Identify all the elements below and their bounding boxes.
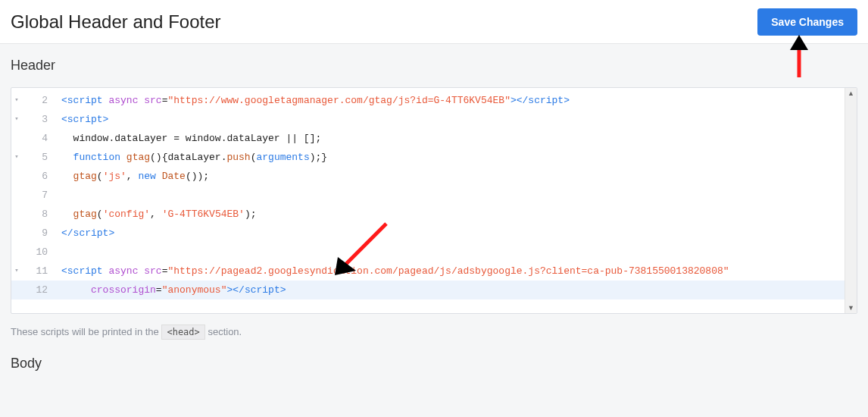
code-content[interactable]: crossorigin="anonymous"></script> [55,281,857,299]
scroll-up-icon[interactable]: ▲ [848,89,854,97]
code-lines[interactable]: ▾2<script async src="https://www.googlet… [11,88,857,313]
line-number: 9 [22,224,55,243]
line-number: 8 [22,205,55,224]
top-bar: Global Header and Footer Save Changes [0,0,868,44]
code-line[interactable]: ▾2<script async src="https://www.googlet… [11,91,857,110]
line-number: 12 [22,281,55,299]
code-line[interactable]: 10 [11,243,857,262]
header-section: Header ▾2<script async src="https://www.… [0,44,868,337]
fold-gutter-icon[interactable]: ▾ [11,110,22,129]
fold-gutter-icon[interactable]: ▾ [11,148,22,167]
code-content[interactable]: </script> [55,224,857,243]
page-title: Global Header and Footer [11,11,221,33]
line-number: 2 [22,91,55,110]
code-line[interactable]: 7 [11,186,857,205]
code-content[interactable]: window.dataLayer = window.dataLayer || [… [55,129,857,148]
line-number: 7 [22,186,55,205]
body-section: Body [0,337,868,372]
header-section-title: Header [11,58,857,74]
line-number: 11 [22,262,55,281]
code-content[interactable]: function gtag(){dataLayer.push(arguments… [55,148,857,167]
code-content[interactable]: <script> [55,110,857,129]
scroll-down-icon[interactable]: ▼ [848,304,854,312]
line-number: 3 [22,110,55,129]
save-changes-button[interactable]: Save Changes [757,8,857,36]
code-line[interactable]: 6 gtag('js', new Date()); [11,167,857,186]
code-line[interactable]: 4 window.dataLayer = window.dataLayer ||… [11,129,857,148]
code-content[interactable]: gtag('config', 'G-4TT6KV54EB'); [55,205,857,224]
line-number: 10 [22,243,55,262]
line-number: 6 [22,167,55,186]
hint-prefix: These scripts will be printed in the [11,326,161,337]
fold-gutter-icon[interactable]: ▾ [11,91,22,110]
hint-head-tag: <head> [161,325,205,340]
header-hint: These scripts will be printed in the <he… [11,326,857,337]
fold-gutter-icon[interactable]: ▾ [11,262,22,281]
code-line[interactable]: ▾11<script async src="https://pagead2.go… [11,262,857,281]
header-code-editor[interactable]: ▾2<script async src="https://www.googlet… [11,87,857,314]
editor-scrollbar[interactable]: ▲ ▼ [845,88,857,313]
code-line[interactable]: ▾3<script> [11,110,857,129]
code-content[interactable]: gtag('js', new Date()); [55,167,857,186]
code-line[interactable]: 12 crossorigin="anonymous"></script> [11,281,857,299]
code-content[interactable]: <script async src="https://pagead2.googl… [55,262,857,281]
line-number: 5 [22,148,55,167]
body-section-title: Body [11,356,857,372]
line-number: 4 [22,129,55,148]
code-line[interactable]: 9</script> [11,224,857,243]
code-line[interactable]: ▾5 function gtag(){dataLayer.push(argume… [11,148,857,167]
code-content[interactable]: <script async src="https://www.googletag… [55,91,857,110]
code-line[interactable]: 8 gtag('config', 'G-4TT6KV54EB'); [11,205,857,224]
hint-suffix: section. [205,326,242,337]
